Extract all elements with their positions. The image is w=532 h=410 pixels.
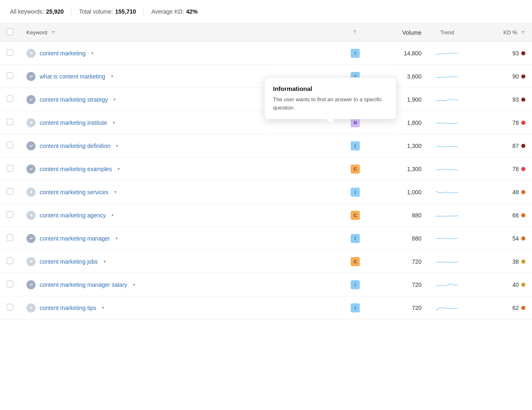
status-icon — [26, 257, 36, 266]
intent-badge: I — [351, 234, 360, 243]
keyword-link[interactable]: content marketing — [40, 50, 86, 57]
keyword-dropdown-arrow[interactable]: ▾ — [114, 97, 116, 102]
status-icon — [26, 49, 36, 58]
kd-cell: 93 — [466, 42, 532, 65]
keyword-dropdown-arrow[interactable]: ▾ — [111, 74, 113, 79]
keyword-dropdown-arrow[interactable]: ▾ — [91, 51, 93, 55]
header-intent — [344, 24, 366, 42]
total-volume-label: Total volume: — [79, 8, 113, 15]
kd-number: 78 — [512, 166, 519, 172]
row-checkbox[interactable] — [7, 165, 13, 172]
kd-dot — [521, 51, 525, 55]
volume-cell: 14,800 — [366, 42, 428, 65]
keyword-link[interactable]: what is content marketing — [40, 73, 105, 80]
intent-badge: C — [351, 164, 360, 174]
kd-cell: 90 — [466, 65, 532, 88]
volume-cell: 1,300 — [366, 134, 428, 157]
keyword-link[interactable]: content marketing manager — [40, 235, 110, 242]
keyword-filter-icon[interactable] — [51, 30, 56, 35]
volume-cell: 1,300 — [366, 157, 428, 181]
keyword-dropdown-arrow[interactable]: ▾ — [118, 167, 120, 171]
trend-cell — [428, 65, 466, 88]
all-keywords-stat: All keywords: 25,920 — [10, 8, 64, 15]
trend-cell — [428, 273, 466, 296]
kd-number: 54 — [512, 235, 519, 242]
status-icon — [26, 280, 36, 289]
kd-filter-icon[interactable] — [520, 30, 525, 35]
keyword-dropdown-arrow[interactable]: ▾ — [112, 213, 114, 217]
keyword-dropdown-arrow[interactable]: ▾ — [102, 305, 104, 310]
keyword-link[interactable]: content marketing definition — [40, 143, 110, 149]
keyword-dropdown-arrow[interactable]: ▾ — [113, 120, 115, 125]
keyword-dropdown-arrow[interactable]: ▾ — [133, 282, 135, 287]
total-volume-stat: Total volume: 155,710 — [79, 8, 136, 15]
kd-cell: 78 — [466, 111, 532, 134]
keyword-link[interactable]: content marketing manager salary — [40, 281, 127, 288]
kd-number: 78 — [512, 119, 519, 126]
kd-dot — [521, 98, 525, 102]
top-bar: All keywords: 25,920 Total volume: 155,7… — [0, 0, 532, 24]
trend-cell — [428, 88, 466, 111]
keyword-link[interactable]: content marketing tips — [40, 305, 96, 311]
select-all-checkbox[interactable] — [7, 29, 13, 35]
status-icon — [26, 95, 36, 104]
keyword-dropdown-arrow[interactable]: ▾ — [114, 190, 116, 194]
kd-dot — [521, 283, 525, 287]
keyword-dropdown-arrow[interactable]: ▾ — [116, 143, 118, 148]
row-checkbox[interactable] — [7, 72, 13, 79]
row-checkbox[interactable] — [7, 188, 13, 195]
trend-sparkline — [435, 233, 460, 243]
header-trend: Trend — [428, 24, 466, 42]
intent-filter-icon[interactable] — [352, 29, 357, 34]
kd-number: 62 — [512, 305, 519, 311]
keyword-dropdown-arrow[interactable]: ▾ — [104, 259, 106, 264]
table-wrapper: Informational The user wants to find an … — [0, 24, 532, 319]
table-row: content marketing tips ▾ I720 62 — [0, 296, 532, 319]
keyword-link[interactable]: content marketing jobs — [40, 258, 98, 265]
kd-dot — [521, 213, 525, 217]
keyword-link[interactable]: content marketing examples — [40, 166, 112, 172]
kd-cell: 87 — [466, 134, 532, 157]
trend-sparkline — [435, 48, 460, 57]
intent-badge: C — [351, 257, 360, 266]
row-checkbox[interactable] — [7, 281, 13, 287]
keyword-link[interactable]: content marketing institute — [40, 119, 107, 126]
keyword-dropdown-arrow[interactable]: ▾ — [116, 236, 118, 241]
trend-sparkline — [435, 163, 460, 173]
row-checkbox[interactable] — [7, 234, 13, 241]
tooltip-description: The user wants to find an answer to a sp… — [273, 95, 388, 112]
header-keyword: Keyword — [20, 24, 344, 42]
kd-cell: 40 — [466, 273, 532, 296]
keywords-table: Keyword Volume Trend KD % — [0, 24, 532, 319]
trend-sparkline — [435, 186, 460, 196]
table-row: content marketing manager ▾ I880 54 — [0, 227, 532, 250]
row-checkbox[interactable] — [7, 211, 13, 218]
keyword-link[interactable]: content marketing agency — [40, 212, 106, 219]
row-checkbox[interactable] — [7, 119, 13, 125]
intent-badge: I — [351, 49, 360, 58]
kd-number: 93 — [512, 50, 519, 57]
intent-badge: C — [351, 211, 360, 220]
keyword-link[interactable]: content marketing services — [40, 189, 109, 195]
row-checkbox[interactable] — [7, 95, 13, 102]
header-kd: KD % — [466, 24, 532, 42]
tooltip-title: Informational — [273, 85, 388, 92]
kd-dot — [521, 167, 525, 171]
kd-dot — [521, 306, 525, 310]
table-row: content marketing jobs ▾ C720 38 — [0, 250, 532, 273]
kd-dot — [521, 121, 525, 125]
row-checkbox[interactable] — [7, 257, 13, 264]
trend-cell — [428, 42, 466, 65]
kd-cell: 48 — [466, 181, 532, 204]
volume-cell: 720 — [366, 273, 428, 296]
keyword-link[interactable]: content marketing strategy — [40, 96, 108, 103]
row-checkbox[interactable] — [7, 304, 13, 310]
trend-sparkline — [435, 279, 460, 289]
row-checkbox[interactable] — [7, 142, 13, 148]
table-row: content marketing services ▾ I1,000 48 — [0, 181, 532, 204]
row-checkbox[interactable] — [7, 49, 13, 56]
all-keywords-value: 25,920 — [46, 8, 64, 15]
kd-cell: 78 — [466, 157, 532, 181]
volume-cell: 1,000 — [366, 181, 428, 204]
trend-sparkline — [435, 140, 460, 150]
